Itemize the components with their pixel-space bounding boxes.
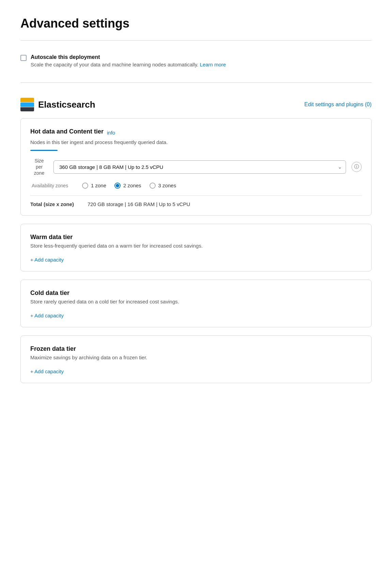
radio-3-zones[interactable] [150, 183, 156, 189]
elasticsearch-title: Elasticsearch [38, 99, 95, 110]
size-per-zone-row: Sizeperzone 360 GB storage | 8 GB RAM | … [30, 158, 362, 176]
warm-tier-title: Warm data tier [30, 234, 362, 241]
size-select-wrapper: 360 GB storage | 8 GB RAM | Up to 2.5 vC… [53, 160, 346, 174]
radio-2-zones-inner [116, 184, 119, 187]
cold-tier-add-capacity-link[interactable]: + Add capacity [30, 313, 64, 318]
learn-more-link[interactable]: Learn more [200, 62, 226, 67]
total-value: 720 GB storage | 16 GB RAM | Up to 5 vCP… [88, 201, 190, 207]
autoscale-text: Autoscale this deployment Scale the capa… [31, 54, 226, 67]
cold-tier-title: Cold data tier [30, 289, 362, 297]
zone-option-3[interactable]: 3 zones [150, 183, 176, 189]
total-row: Total (size x zone) 720 GB storage | 16 … [30, 195, 362, 207]
autoscale-section: Autoscale this deployment Scale the capa… [20, 47, 372, 76]
radio-2-zones[interactable] [114, 183, 121, 189]
divider-top [20, 40, 372, 41]
cold-tier-card: Cold data tier Store rarely queried data… [20, 280, 372, 327]
frozen-tier-desc: Maximize savings by archiving data on a … [30, 355, 362, 360]
size-select[interactable]: 360 GB storage | 8 GB RAM | Up to 2.5 vC… [53, 160, 346, 174]
warm-tier-card: Warm data tier Store less-frequently que… [20, 224, 372, 271]
autoscale-desc: Scale the capacity of your data and mach… [31, 62, 226, 67]
availability-zones-label: Availability zones [32, 183, 73, 188]
frozen-tier-add-capacity-link[interactable]: + Add capacity [30, 368, 64, 374]
hot-tier-title-row: Hot data and Content tier info [30, 128, 362, 137]
frozen-tier-title: Frozen data tier [30, 345, 362, 352]
hot-tier-info-link[interactable]: info [107, 130, 115, 136]
page-title: Advanced settings [20, 16, 372, 31]
elasticsearch-logo-icon [20, 98, 34, 111]
availability-zones-row: Availability zones 1 zone 2 zones 3 zone… [30, 183, 362, 189]
divider-es [20, 82, 372, 83]
hot-tier-tab-underline [30, 150, 58, 151]
hot-tier-title: Hot data and Content tier [30, 128, 104, 135]
size-info-button[interactable]: ⓘ [351, 162, 362, 172]
size-per-zone-label: Sizeperzone [30, 158, 48, 176]
autoscale-title: Autoscale this deployment [31, 54, 226, 60]
es-brand: Elasticsearch [20, 98, 95, 111]
elasticsearch-header: Elasticsearch Edit settings and plugins … [20, 90, 372, 118]
zone-options: 1 zone 2 zones 3 zones [82, 183, 176, 189]
autoscale-checkbox[interactable] [20, 55, 27, 61]
radio-1-zone[interactable] [82, 183, 88, 189]
frozen-tier-card: Frozen data tier Maximize savings by arc… [20, 335, 372, 383]
hot-tier-card: Hot data and Content tier info Nodes in … [20, 118, 372, 216]
warm-tier-desc: Store less-frequently queried data on a … [30, 243, 362, 249]
warm-tier-add-capacity-link[interactable]: + Add capacity [30, 257, 64, 263]
edit-settings-link[interactable]: Edit settings and plugins (0) [304, 101, 372, 108]
zone-option-2[interactable]: 2 zones [114, 183, 141, 189]
cold-tier-desc: Store rarely queried data on a cold tier… [30, 299, 362, 304]
zone-option-1[interactable]: 1 zone [82, 183, 106, 189]
total-label: Total (size x zone) [30, 201, 78, 207]
hot-tier-desc: Nodes in this tier ingest and process fr… [30, 139, 362, 145]
